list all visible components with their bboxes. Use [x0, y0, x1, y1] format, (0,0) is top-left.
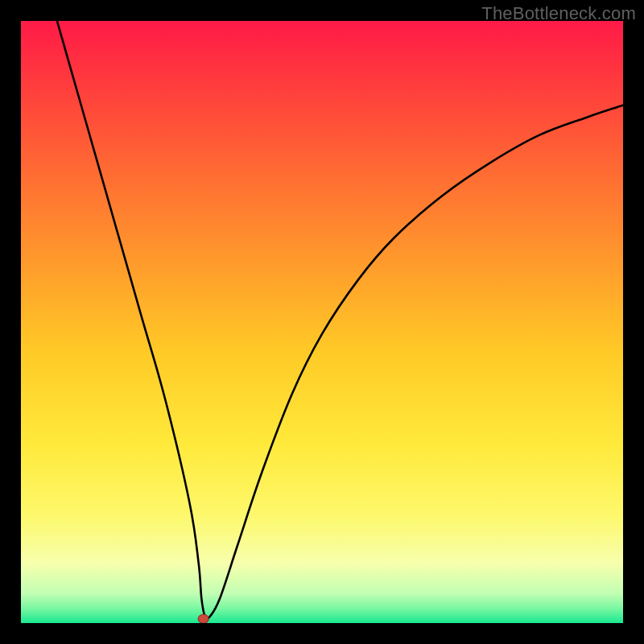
watermark-text: TheBottleneck.com	[481, 3, 636, 24]
plot-area	[21, 21, 623, 623]
minimum-marker	[198, 614, 208, 623]
curve-layer	[21, 21, 623, 623]
bottleneck-curve	[57, 21, 623, 620]
chart-frame: TheBottleneck.com	[0, 0, 644, 644]
